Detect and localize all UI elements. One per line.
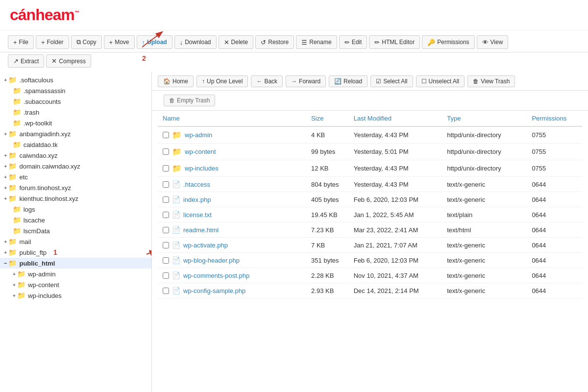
- file-name-cell: 📁wp-admin: [158, 126, 306, 144]
- view-trash-button[interactable]: 🗑 View Trash: [467, 75, 515, 87]
- file-checkbox[interactable]: [163, 242, 169, 248]
- sidebar-item-kienthuc[interactable]: + 📁 kienthuc.tinohost.xyz: [0, 193, 151, 204]
- file-name-label[interactable]: wp-activate.php: [183, 242, 228, 249]
- file-name-label[interactable]: wp-blog-header.php: [183, 257, 240, 264]
- file-name-label[interactable]: wp-includes: [185, 165, 219, 172]
- html-editor-button[interactable]: ✏ HTML Editor: [369, 35, 420, 49]
- table-row[interactable]: 📄license.txt19.45 KBJan 1, 2022, 5:45 AM…: [158, 207, 582, 222]
- sidebar-item-etc[interactable]: + 📁 etc: [0, 172, 151, 182]
- file-type: httpd/unix-directory: [442, 144, 527, 160]
- sidebar-item-caidatdao[interactable]: 📁 caidatdao.tk: [0, 139, 151, 150]
- sidebar-item-wp-toolkit[interactable]: 📁 .wp-toolkit: [0, 118, 151, 128]
- sidebar-item-public-ftp[interactable]: + 📁 public_ftp 1: [0, 247, 151, 258]
- file-checkbox[interactable]: [163, 148, 169, 155]
- sidebar-label: lscache: [24, 217, 45, 224]
- file-checkbox[interactable]: [163, 288, 169, 294]
- file-type: text/x-generic: [442, 177, 527, 192]
- file-checkbox[interactable]: [163, 181, 169, 188]
- table-row[interactable]: 📁wp-includes12 KBYesterday, 4:43 PMhttpd…: [158, 160, 582, 177]
- col-modified[interactable]: Last Modified: [349, 111, 442, 126]
- copy-button[interactable]: ⧉ Copy: [71, 35, 102, 49]
- sidebar-item-forum[interactable]: + 📁 forum.tinohost.xyz: [0, 182, 151, 193]
- sidebar-item-lscmdata[interactable]: 📁 lscmData: [0, 225, 151, 236]
- upload-button[interactable]: ↑ Upload: [137, 35, 172, 49]
- sidebar-item-wp-content-sub[interactable]: + 📁 wp-content: [0, 279, 151, 290]
- file-checkbox[interactable]: [163, 132, 169, 138]
- sidebar-item-caiwndao[interactable]: + 📁 caiwndao.xyz: [0, 150, 151, 161]
- extract-button[interactable]: ↗ Extract: [8, 54, 44, 68]
- file-name-label[interactable]: license.txt: [183, 211, 212, 219]
- unselect-all-button[interactable]: ☐ Unselect All: [416, 75, 465, 87]
- view-button[interactable]: 👁 View: [477, 35, 509, 49]
- edit-button[interactable]: ✏ Edit: [339, 35, 368, 49]
- table-row[interactable]: 📄.htaccess804 bytesYesterday, 4:43 PMtex…: [158, 177, 582, 192]
- file-type: text/plain: [442, 207, 527, 222]
- sidebar-item-trash[interactable]: 📁 .trash: [0, 107, 151, 118]
- sidebar-label: logs: [24, 206, 35, 213]
- file-checkbox[interactable]: [163, 196, 169, 203]
- sidebar-item-anbamgiadinh[interactable]: + 📁 anbamgiadinh.xyz: [0, 128, 151, 139]
- file-checkbox[interactable]: [163, 165, 169, 172]
- expand-icon: +: [4, 77, 7, 83]
- file-name-label[interactable]: readme.html: [183, 226, 219, 234]
- folder-icon: 📁: [13, 141, 21, 148]
- file-checkbox[interactable]: [163, 212, 169, 218]
- col-type[interactable]: Type: [442, 111, 527, 126]
- file-name-label[interactable]: wp-content: [185, 148, 216, 155]
- file-name-label[interactable]: index.php: [183, 196, 211, 203]
- folder-icon: 📁: [13, 98, 21, 105]
- empty-trash-button[interactable]: 🗑 Empty Trash: [164, 95, 215, 106]
- table-row[interactable]: 📁wp-admin4 KBYesterday, 4:43 PMhttpd/uni…: [158, 126, 582, 144]
- file-name-label[interactable]: wp-config-sample.php: [183, 287, 245, 294]
- sidebar-label: public_ftp: [19, 249, 47, 256]
- sidebar-item-wp-admin-sub[interactable]: + 📁 wp-admin: [0, 269, 151, 279]
- rename-button[interactable]: ☰ Rename: [296, 35, 337, 49]
- file-name-label[interactable]: .htaccess: [183, 181, 210, 188]
- sidebar-item-mail[interactable]: + 📁 mail: [0, 236, 151, 247]
- table-row[interactable]: 📄wp-activate.php7 KBJan 21, 2021, 7:07 A…: [158, 238, 582, 253]
- back-button[interactable]: ← Back: [251, 75, 283, 87]
- col-size[interactable]: Size: [306, 111, 349, 126]
- home-button[interactable]: 🏠 Home: [158, 75, 194, 87]
- file-name-label[interactable]: wp-comments-post.php: [183, 272, 249, 279]
- file-name-label[interactable]: wp-admin: [185, 131, 212, 139]
- folder-button[interactable]: + Folder: [36, 35, 69, 49]
- file-checkbox[interactable]: [163, 257, 169, 264]
- download-button[interactable]: ↓ Download: [174, 35, 217, 49]
- sidebar-item-softaculous[interactable]: + 📁 .softaculous: [0, 74, 151, 85]
- permissions-button[interactable]: 🔑 Permissions: [422, 35, 474, 49]
- select-all-button[interactable]: ☑ Select All: [370, 75, 413, 87]
- expand-icon: +: [4, 152, 7, 158]
- up-one-level-button[interactable]: ↑ Up One Level: [196, 75, 248, 87]
- table-row[interactable]: 📄wp-config-sample.php2.93 KBDec 14, 2021…: [158, 283, 582, 298]
- table-row[interactable]: 📄index.php405 bytesFeb 6, 2020, 12:03 PM…: [158, 192, 582, 207]
- move-button[interactable]: + Move: [104, 35, 135, 49]
- sidebar-item-domain-caiwndao[interactable]: + 📁 domain.caiwndao.xyz: [0, 161, 151, 172]
- sidebar-item-lscache[interactable]: 📁 lscache: [0, 215, 151, 225]
- file-button[interactable]: + File: [8, 35, 34, 49]
- table-row[interactable]: 📁wp-content99 bytesYesterday, 5:01 PMhtt…: [158, 144, 582, 160]
- table-row[interactable]: 📄readme.html7.23 KBMar 23, 2022, 2:41 AM…: [158, 222, 582, 238]
- col-permissions[interactable]: Permissions: [527, 111, 582, 126]
- up-icon: ↑: [202, 78, 205, 85]
- sidebar-item-spamassassin[interactable]: 📁 .spamassassin: [0, 85, 151, 96]
- sidebar-label: .subaccounts: [24, 98, 61, 105]
- forward-button[interactable]: → Forward: [286, 75, 326, 87]
- file-checkbox[interactable]: [163, 227, 169, 233]
- nav-bar: 🏠 Home ↑ Up One Level ← Back → Forward 🔄…: [152, 72, 588, 91]
- col-name[interactable]: Name: [158, 111, 306, 126]
- delete-button[interactable]: ✕ Delete: [219, 35, 254, 49]
- compress-button[interactable]: ✕ Compress: [46, 54, 91, 68]
- toolbar-row2: ↗ Extract ✕ Compress 2: [0, 52, 588, 72]
- reload-button[interactable]: 🔄 Reload: [329, 75, 368, 87]
- table-row[interactable]: 📄wp-blog-header.php351 bytesFeb 6, 2020,…: [158, 253, 582, 268]
- table-row[interactable]: 📄wp-comments-post.php2.28 KBNov 10, 2021…: [158, 268, 582, 283]
- sidebar-item-wp-includes-sub[interactable]: + 📁 wp-includes: [0, 290, 151, 301]
- sidebar-item-subaccounts[interactable]: 📁 .subaccounts: [0, 96, 151, 107]
- file-name-cell: 📄wp-config-sample.php: [158, 283, 306, 298]
- expand-icon: +: [4, 163, 7, 169]
- restore-button[interactable]: ↺ Restore: [255, 35, 294, 49]
- sidebar-item-public-html[interactable]: − 📁 public_html: [0, 258, 151, 269]
- sidebar-item-logs[interactable]: 📁 logs: [0, 204, 151, 215]
- file-checkbox[interactable]: [163, 272, 169, 279]
